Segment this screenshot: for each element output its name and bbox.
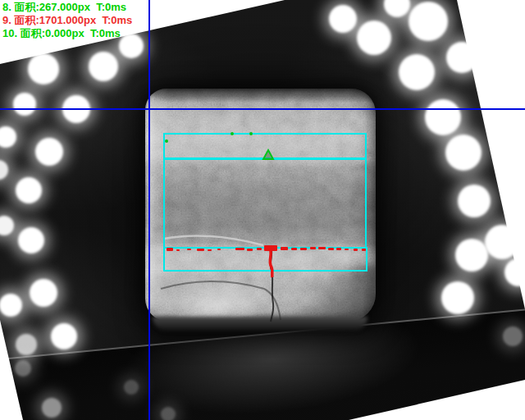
backlight-dot: [161, 407, 176, 420]
backlight-dot: [0, 216, 14, 235]
measurement-label-9: 9. 面积:1701.000px T:0ms: [2, 14, 132, 26]
backlight-dot: [384, 0, 410, 17]
backlight-dot: [357, 21, 391, 55]
camera-image: [0, 0, 525, 420]
vision-viewport[interactable]: 8. 面积:267.000px T:0ms 9. 面积:1701.000px T…: [0, 0, 525, 420]
backlight-dot: [441, 281, 474, 314]
backlight-dot: [445, 135, 482, 171]
backlight-dot: [503, 326, 523, 346]
backlight-dot: [16, 177, 42, 203]
backlight-dot: [455, 239, 488, 272]
backlight-dot: [329, 5, 357, 33]
backlight-dot: [0, 160, 8, 180]
backlight-dot: [0, 126, 16, 148]
measurement-label-10: 10. 面积:0.000px T:0ms: [2, 27, 121, 39]
backlight-dot: [16, 334, 37, 355]
backlight-dot: [13, 93, 36, 116]
backlight-dot: [425, 99, 461, 135]
inspected-part: [145, 89, 376, 322]
backlight-dot: [0, 294, 22, 317]
backlight-dot: [446, 42, 477, 73]
backlight-dot: [28, 53, 59, 84]
backlight-dot: [15, 360, 31, 377]
backlight-dot: [409, 2, 448, 41]
backlight-dot: [42, 398, 62, 418]
backlight-dot: [485, 225, 519, 259]
backlight-dot: [119, 34, 144, 58]
backlight-dot: [399, 54, 435, 90]
backlight-dot: [504, 258, 525, 286]
measurement-label-8: 8. 面积:267.000px T:0ms: [2, 1, 126, 13]
backlight-dot: [89, 52, 118, 81]
backlight-dot: [51, 323, 77, 349]
part-shadow-foot: [153, 317, 368, 331]
crosshair-horizontal-line: [0, 108, 525, 110]
backlight-dot: [124, 380, 139, 395]
metal-grain-texture: [145, 89, 376, 322]
backlight-dot: [18, 227, 44, 253]
crosshair-vertical-line: [148, 0, 150, 420]
backlight-dot: [35, 138, 63, 166]
backlight-dot: [30, 279, 57, 307]
backlight-dot: [458, 185, 491, 217]
